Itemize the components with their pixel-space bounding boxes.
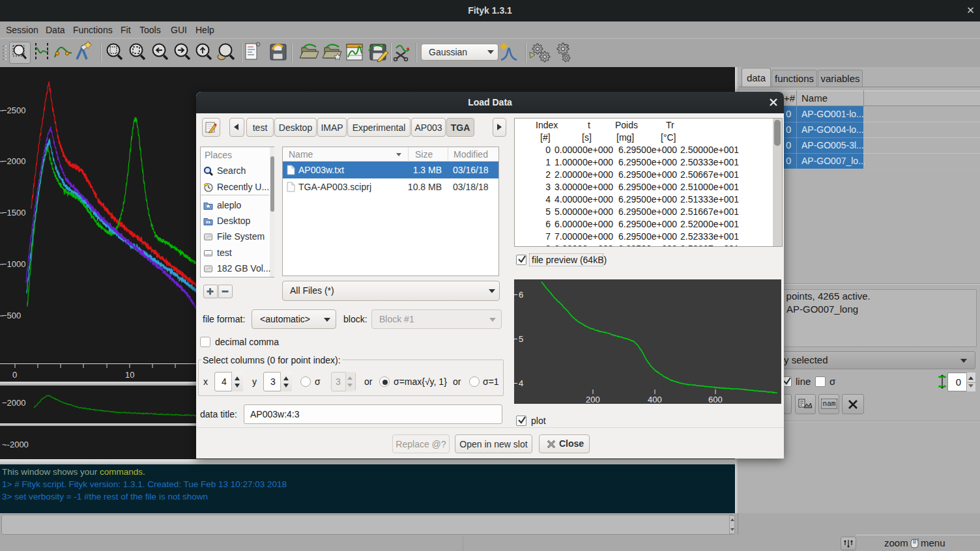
svg-text:5: 5 bbox=[519, 334, 523, 344]
svg-text:200: 200 bbox=[586, 395, 600, 404]
svg-text:0: 0 bbox=[12, 370, 17, 380]
svg-text:−2500: −2500 bbox=[2, 106, 26, 115]
svg-text:−2000: −2000 bbox=[2, 398, 26, 408]
svg-text:4: 4 bbox=[519, 378, 523, 388]
svg-text:−1000: −1000 bbox=[2, 259, 26, 269]
svg-text:400: 400 bbox=[648, 395, 662, 404]
svg-text:600: 600 bbox=[708, 395, 723, 404]
svg-text:~-2000: ~-2000 bbox=[2, 440, 29, 449]
svg-text:6: 6 bbox=[519, 290, 523, 300]
svg-text:−2000: −2000 bbox=[2, 156, 26, 166]
svg-text:−1500: −1500 bbox=[2, 208, 26, 218]
svg-text:10: 10 bbox=[125, 370, 134, 380]
svg-text:−500: −500 bbox=[2, 311, 21, 320]
